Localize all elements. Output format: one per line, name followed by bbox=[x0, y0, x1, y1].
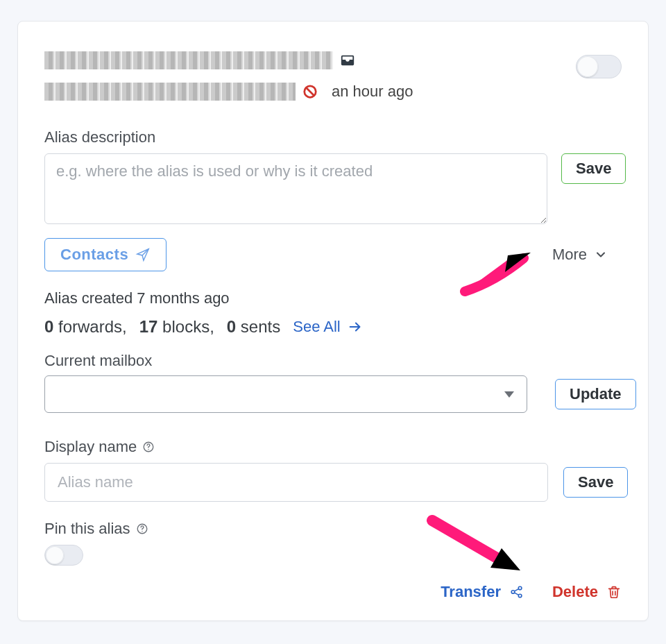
arrow-right-icon bbox=[348, 319, 363, 334]
dropdown-caret-icon bbox=[504, 391, 514, 398]
alias-created-text: Alias created 7 months ago bbox=[44, 289, 622, 307]
chevron-down-icon bbox=[594, 248, 608, 262]
alias-description-input[interactable] bbox=[44, 153, 547, 224]
trash-icon bbox=[606, 584, 622, 600]
contacts-label: Contacts bbox=[60, 246, 128, 264]
alias-enabled-toggle[interactable] bbox=[576, 55, 622, 78]
share-icon bbox=[509, 584, 524, 600]
forwards-count: 0 bbox=[44, 317, 53, 336]
card-footer: Transfer Delete bbox=[441, 583, 622, 601]
paper-plane-icon bbox=[135, 247, 151, 262]
update-mailbox-button[interactable]: Update bbox=[555, 379, 636, 409]
sents-label: sents bbox=[241, 317, 280, 336]
delete-link[interactable]: Delete bbox=[552, 583, 622, 601]
display-name-input[interactable] bbox=[44, 463, 548, 502]
help-icon[interactable] bbox=[142, 441, 155, 453]
alias-stats: 0 forwards, 17 blocks, 0 sents See All bbox=[44, 317, 622, 337]
pin-alias-toggle[interactable] bbox=[44, 545, 83, 566]
alias-header-row bbox=[44, 46, 622, 74]
alias-description-label: Alias description bbox=[44, 128, 622, 146]
ban-icon bbox=[302, 84, 318, 99]
svg-point-6 bbox=[518, 594, 522, 598]
see-all-link[interactable]: See All bbox=[293, 318, 363, 336]
save-display-name-button[interactable]: Save bbox=[563, 467, 628, 498]
display-name-label-text: Display name bbox=[44, 438, 137, 456]
last-activity-text: an hour ago bbox=[332, 83, 413, 101]
transfer-label: Transfer bbox=[441, 583, 501, 601]
pin-alias-label-text: Pin this alias bbox=[44, 520, 130, 538]
mailbox-select[interactable] bbox=[44, 375, 527, 413]
svg-line-1 bbox=[307, 88, 314, 96]
save-description-button[interactable]: Save bbox=[561, 153, 626, 184]
pin-alias-label: Pin this alias bbox=[44, 520, 622, 538]
alias-subheader-row: an hour ago bbox=[44, 78, 622, 105]
current-mailbox-label: Current mailbox bbox=[44, 352, 622, 370]
alias-address-redacted bbox=[44, 51, 333, 69]
more-label: More bbox=[552, 246, 587, 264]
sents-count: 0 bbox=[227, 317, 236, 336]
display-name-label: Display name bbox=[44, 438, 622, 456]
svg-point-5 bbox=[518, 586, 522, 590]
alias-source-redacted bbox=[44, 83, 296, 101]
forwards-label: forwards, bbox=[58, 317, 127, 336]
see-all-label: See All bbox=[293, 318, 341, 336]
svg-point-4 bbox=[511, 591, 515, 594]
contacts-button[interactable]: Contacts bbox=[44, 238, 166, 271]
transfer-link[interactable]: Transfer bbox=[441, 583, 524, 601]
delete-label: Delete bbox=[552, 583, 598, 601]
help-icon[interactable] bbox=[136, 523, 148, 535]
blocks-count: 17 bbox=[139, 317, 158, 336]
blocks-label: blocks, bbox=[162, 317, 214, 336]
inbox-icon bbox=[340, 53, 355, 68]
more-toggle[interactable]: More bbox=[552, 246, 608, 264]
alias-card: an hour ago Alias description Save Conta… bbox=[17, 21, 649, 621]
